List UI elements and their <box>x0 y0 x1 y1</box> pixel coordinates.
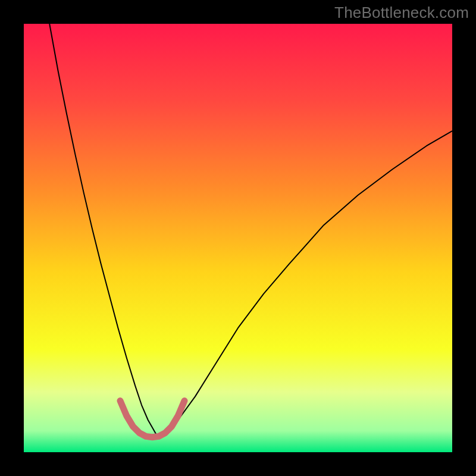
chart-svg <box>24 24 452 452</box>
gradient-background <box>24 24 452 452</box>
plot-area <box>24 24 452 452</box>
chart-frame: TheBottleneck.com <box>0 0 476 476</box>
watermark-text: TheBottleneck.com <box>334 4 469 22</box>
